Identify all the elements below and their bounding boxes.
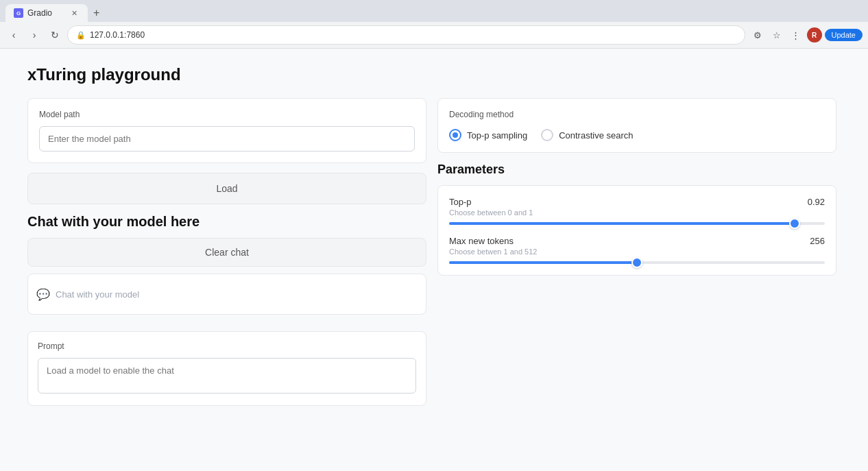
back-button[interactable]: ‹ bbox=[5, 27, 22, 43]
top-p-param-row: Top-p 0.92 Choose between 0 and 1 bbox=[449, 197, 825, 225]
prompt-input[interactable] bbox=[38, 358, 416, 394]
prompt-label: Prompt bbox=[38, 341, 416, 351]
clear-chat-button[interactable]: Clear chat bbox=[27, 238, 426, 267]
right-column: Decoding method Top-p sampling Contrasti… bbox=[437, 98, 836, 406]
tab-close-button[interactable]: ✕ bbox=[69, 8, 80, 19]
model-path-label: Model path bbox=[39, 110, 415, 119]
reload-button[interactable]: ↻ bbox=[47, 27, 63, 43]
max-tokens-hint: Choose betwen 1 and 512 bbox=[449, 247, 825, 256]
extensions-button[interactable]: ⚙ bbox=[749, 27, 766, 43]
model-path-card: Model path bbox=[27, 98, 426, 163]
decoding-method-card: Decoding method Top-p sampling Contrasti… bbox=[437, 98, 836, 153]
lock-icon: 🔒 bbox=[76, 31, 86, 40]
max-tokens-header: Max new tokens 256 bbox=[449, 236, 825, 246]
top-p-value: 0.92 bbox=[808, 197, 825, 207]
address-bar[interactable]: 🔒 127.0.0.1:7860 bbox=[67, 25, 745, 45]
browser-chrome: G Gradio ✕ + ‹ › ↻ 🔒 127.0.0.1:7860 ⚙ ☆ … bbox=[0, 0, 868, 49]
left-column: Model path Load Chat with your model her… bbox=[27, 98, 426, 406]
toolbar-actions: ⚙ ☆ ⋮ R Update bbox=[749, 27, 863, 43]
prompt-card: Prompt bbox=[27, 331, 426, 406]
page-content: xTuring playground Model path Load Chat … bbox=[0, 49, 868, 471]
main-layout: Model path Load Chat with your model her… bbox=[27, 98, 836, 406]
max-tokens-param-row: Max new tokens 256 Choose betwen 1 and 5… bbox=[449, 236, 825, 264]
radio-option-contrastive[interactable]: Contrastive search bbox=[541, 129, 633, 141]
parameters-section: Parameters Top-p 0.92 Choose between 0 a… bbox=[437, 162, 836, 276]
chat-section: Chat with your model here Clear chat 💬 C… bbox=[27, 214, 426, 322]
max-tokens-slider-thumb[interactable] bbox=[631, 257, 642, 268]
model-path-input[interactable] bbox=[39, 126, 415, 152]
forward-button[interactable]: › bbox=[26, 27, 43, 43]
load-button[interactable]: Load bbox=[27, 173, 426, 204]
radio-circle-contrastive bbox=[541, 129, 553, 141]
parameters-title: Parameters bbox=[437, 162, 836, 177]
more-button[interactable]: ⋮ bbox=[788, 27, 804, 43]
bookmark-button[interactable]: ☆ bbox=[769, 27, 785, 43]
radio-circle-top-p bbox=[449, 129, 461, 141]
chat-bubble-icon: 💬 bbox=[36, 288, 50, 301]
chat-window: 💬 Chat with your model bbox=[27, 274, 426, 315]
radio-option-top-p[interactable]: Top-p sampling bbox=[449, 129, 527, 141]
chat-placeholder: Chat with your model bbox=[56, 289, 139, 300]
top-p-slider-thumb[interactable] bbox=[789, 218, 800, 229]
radio-label-top-p: Top-p sampling bbox=[467, 130, 527, 141]
radio-inner-top-p bbox=[453, 132, 458, 138]
parameters-card: Top-p 0.92 Choose between 0 and 1 Max ne… bbox=[437, 185, 836, 276]
browser-toolbar: ‹ › ↻ 🔒 127.0.0.1:7860 ⚙ ☆ ⋮ R Update bbox=[0, 22, 868, 48]
tab-favicon: G bbox=[14, 8, 23, 18]
top-p-slider-track[interactable] bbox=[449, 222, 825, 225]
top-p-hint: Choose between 0 and 1 bbox=[449, 208, 825, 217]
update-button[interactable]: Update bbox=[825, 29, 863, 41]
browser-tab[interactable]: G Gradio ✕ bbox=[5, 4, 88, 22]
top-p-header: Top-p 0.92 bbox=[449, 197, 825, 207]
max-tokens-slider-track[interactable] bbox=[449, 261, 825, 264]
decoding-radio-group: Top-p sampling Contrastive search bbox=[449, 129, 825, 141]
chat-title: Chat with your model here bbox=[27, 214, 426, 230]
new-tab-button[interactable]: + bbox=[88, 5, 105, 21]
decoding-label: Decoding method bbox=[449, 110, 825, 119]
tab-title: Gradio bbox=[27, 8, 52, 18]
browser-tabs: G Gradio ✕ + bbox=[0, 0, 868, 22]
radio-label-contrastive: Contrastive search bbox=[559, 130, 633, 141]
max-tokens-slider-fill bbox=[449, 261, 637, 264]
max-tokens-value: 256 bbox=[810, 236, 825, 246]
top-p-slider-fill bbox=[449, 222, 795, 225]
page-title: xTuring playground bbox=[27, 65, 841, 84]
profile-avatar[interactable]: R bbox=[807, 27, 822, 43]
url-display: 127.0.0.1:7860 bbox=[90, 30, 145, 40]
max-tokens-name: Max new tokens bbox=[449, 236, 514, 246]
top-p-name: Top-p bbox=[449, 197, 472, 207]
